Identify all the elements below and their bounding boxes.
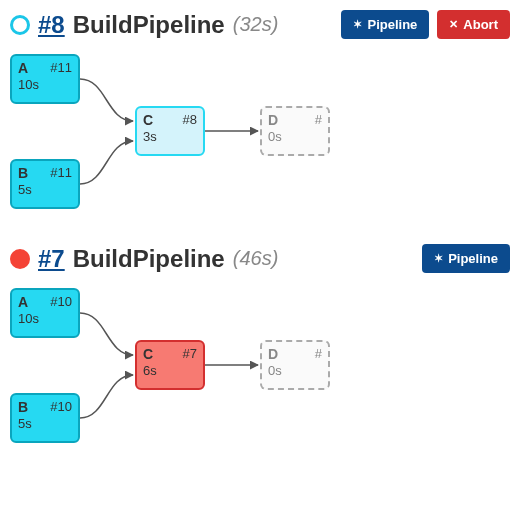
pipeline-button-label: Pipeline [367, 17, 417, 32]
job-node-b[interactable]: B #10 5s [10, 393, 80, 443]
job-duration: 10s [18, 77, 72, 92]
job-duration: 6s [143, 363, 197, 378]
pipeline-graph: A #10 10s B #10 5s C #7 6s D # 0s [10, 288, 350, 448]
pipeline-header: #8BuildPipeline(32s)✶Pipeline✕Abort [10, 10, 510, 39]
job-run-number: #7 [183, 346, 197, 362]
job-duration: 0s [268, 129, 322, 144]
job-node-d[interactable]: D # 0s [260, 340, 330, 390]
job-run-number: # [315, 346, 322, 362]
job-run-number: #11 [50, 165, 72, 181]
pipeline-button[interactable]: ✶Pipeline [341, 10, 429, 39]
job-duration: 5s [18, 416, 72, 431]
pipeline-duration: (32s) [233, 13, 279, 36]
job-node-d[interactable]: D # 0s [260, 106, 330, 156]
job-node-a[interactable]: A #10 10s [10, 288, 80, 338]
job-duration: 5s [18, 182, 72, 197]
job-duration: 10s [18, 311, 72, 326]
pipeline-graph: A #11 10s B #11 5s C #8 3s D # 0s [10, 54, 350, 214]
job-node-c[interactable]: C #7 6s [135, 340, 205, 390]
job-duration: 3s [143, 129, 197, 144]
job-name: D [268, 346, 278, 362]
job-node-c[interactable]: C #8 3s [135, 106, 205, 156]
status-failed-icon [10, 249, 30, 269]
job-run-number: #11 [50, 60, 72, 76]
job-node-b[interactable]: B #11 5s [10, 159, 80, 209]
close-icon: ✕ [449, 18, 458, 31]
pipeline-name: BuildPipeline [73, 11, 225, 39]
shuffle-icon: ✶ [434, 252, 443, 265]
job-name: B [18, 165, 28, 181]
job-run-number: # [315, 112, 322, 128]
pipeline-button-label: Pipeline [448, 251, 498, 266]
pipeline: #7BuildPipeline(46s)✶Pipeline A #10 10s … [10, 244, 510, 448]
job-name: A [18, 60, 28, 76]
status-running-icon [10, 15, 30, 35]
job-run-number: #8 [183, 112, 197, 128]
run-link[interactable]: #8 [38, 11, 65, 39]
job-name: C [143, 112, 153, 128]
job-name: B [18, 399, 28, 415]
pipeline-name: BuildPipeline [73, 245, 225, 273]
job-duration: 0s [268, 363, 322, 378]
job-run-number: #10 [50, 294, 72, 310]
pipeline: #8BuildPipeline(32s)✶Pipeline✕Abort A #1… [10, 10, 510, 214]
job-run-number: #10 [50, 399, 72, 415]
job-node-a[interactable]: A #11 10s [10, 54, 80, 104]
pipeline-header: #7BuildPipeline(46s)✶Pipeline [10, 244, 510, 273]
abort-button-label: Abort [463, 17, 498, 32]
job-name: C [143, 346, 153, 362]
shuffle-icon: ✶ [353, 18, 362, 31]
run-link[interactable]: #7 [38, 245, 65, 273]
pipeline-button[interactable]: ✶Pipeline [422, 244, 510, 273]
abort-button[interactable]: ✕Abort [437, 10, 510, 39]
job-name: D [268, 112, 278, 128]
job-name: A [18, 294, 28, 310]
pipeline-duration: (46s) [233, 247, 279, 270]
